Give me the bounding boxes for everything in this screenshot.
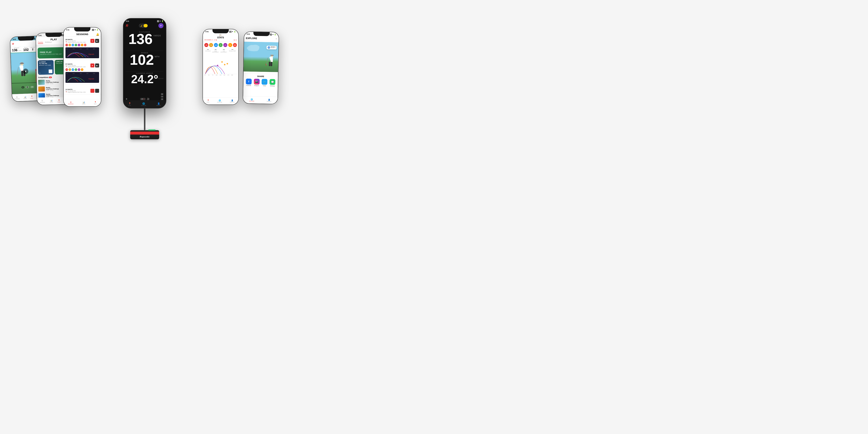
nav-stats-sessions[interactable]: 📊STATS [82, 101, 85, 104]
stats-screen-header: 📋 STATS DECEMBER, 5 - 12 ◀ 3M ▼ [203, 33, 238, 41]
nav-sessions-left[interactable]: ☰ SESSIONS [14, 96, 20, 100]
explore-header: EXPLORE ↑ [244, 36, 279, 41]
explore-title: EXPLORE [246, 37, 257, 40]
mode-toggle-main[interactable]: 🌙 ☀️ [139, 24, 148, 28]
tab-multiplayer[interactable]: Multiplayer [45, 41, 52, 44]
distance-unit-left: YARDS [18, 50, 21, 51]
nav-sessions-play[interactable]: ☰SESSIONS [39, 99, 45, 103]
nav-play-main[interactable]: 📍 PLAY [128, 102, 131, 106]
divider-2-main [126, 71, 163, 71]
share-twitter-btn[interactable]: 🐦 Twitter [262, 79, 268, 87]
stats-screen-title: STATS [204, 36, 237, 39]
nav-play-stats[interactable]: 📍PLAY [207, 99, 209, 103]
svg-text:100: 100 [72, 73, 74, 74]
session-date-3: Apr 12 at 6:38 PM [65, 90, 86, 92]
club-160: 160 [72, 44, 74, 46]
long-drive-label: LONG DR...CHALLENGE [56, 61, 64, 64]
svg-point-29 [217, 65, 218, 66]
share-instagram-btn[interactable]: 📷 Instagram [254, 79, 260, 86]
facebook-icon: f [246, 79, 252, 85]
club-4i-main[interactable]: 4i [161, 98, 163, 100]
nav-play-left[interactable]: 📍 PLAY [31, 95, 33, 99]
svg-text:125: 125 [220, 74, 221, 75]
speed-value-left: 102 [23, 48, 29, 52]
dark-mode-btn[interactable]: 🌙 [139, 24, 143, 27]
metric-distance-label: DISTANCE [205, 51, 211, 52]
video-btn-main[interactable]: 20 ● [140, 98, 146, 100]
speed-value-main: 102 [130, 54, 154, 66]
rapsodo-logo-main: R [126, 24, 128, 28]
menu-icon-main[interactable]: ≡ [126, 98, 127, 100]
club-stat-203: 203 [233, 43, 237, 47]
phone-sessions-screen: 9:41 ▐▐ ▼ 🔋 SESSIONS 🔔 28 SHOTS Apr 12 a… [63, 27, 101, 107]
time-main: 9:41 [126, 20, 129, 22]
session-share-btn-1[interactable]: ♥ [90, 39, 94, 43]
club-7i-main[interactable]: 7i [161, 96, 163, 98]
nav-explore-explore[interactable]: 🌐EXPLORE [249, 98, 254, 102]
nav-profile-stats[interactable]: 👤PROFILE [230, 99, 235, 103]
club-stat-8i: 8i [209, 43, 213, 47]
signal-main: ▐▐ ▼ 🔋 [157, 20, 163, 22]
club-stat-160: 160 [214, 43, 218, 47]
launch-value-main: 24.2° [131, 74, 158, 85]
closest-to-pin-card[interactable]: CLOSESTTO THE PINIMPROVE YOUR GAME 2D [38, 60, 54, 75]
distance-value-main: 136 [128, 33, 152, 45]
club-row-stats: 136 8i 160 7i 172 4i [204, 43, 237, 47]
profile-button-main[interactable]: P [158, 23, 163, 28]
stats-date-row: DECEMBER, 5 - 12 ◀ 3M ▼ [204, 39, 237, 41]
session-video-btn-1[interactable]: ▶ [95, 39, 99, 43]
session-video-btn-2[interactable]: ▶ [95, 63, 99, 67]
light-mode-btn[interactable]: ☀️ [144, 24, 148, 27]
svg-point-39 [270, 55, 274, 56]
player-info-explore: RICKIE F. 62.com [271, 46, 276, 49]
view-control[interactable]: 2D [30, 86, 34, 88]
camera-control[interactable]: 🎥 [25, 86, 29, 88]
signal-stats: ▐▐ ▼ 🔋 [229, 31, 236, 33]
time-left: 9:41 [13, 38, 16, 40]
metric-side-label: SIDEEFFICIENCY [213, 51, 219, 53]
nav-profile-main[interactable]: 👤 PROFILE [156, 102, 161, 106]
session-item-1[interactable]: 28 SHOTS Apr 12 at 6:38 PM 📍 Laguna Nati… [64, 37, 101, 60]
metric-top-label: TOPEFFICIENCY [221, 51, 227, 53]
share-icon-explore[interactable]: ↑ [276, 37, 277, 40]
session-shots-3: 14 SHOTS [65, 89, 86, 90]
share-whatsapp-btn[interactable]: 💬 Whatsapp [270, 79, 275, 87]
comp-thumb-1 [38, 80, 45, 85]
nav-sessions-sessions[interactable]: ☰SESSIONS [68, 101, 73, 104]
tab-practice[interactable]: Practice [38, 41, 43, 44]
share-facebook-btn[interactable]: f Facebook [246, 79, 252, 86]
nav-stats-left[interactable]: 📊 STATS [23, 96, 27, 99]
status-bar-main: 9:41 ▐▐ ▼ 🔋 [123, 20, 166, 23]
camera-icon-main[interactable]: 🎥 [147, 98, 150, 100]
share-title-explore: SHARE [245, 75, 277, 78]
nav-stats-play[interactable]: 📊STATS [50, 99, 53, 103]
closest-pin-label: CLOSESTTO THE PINIMPROVE YOUR GAME [39, 61, 51, 66]
session-share-btn-3[interactable] [90, 89, 94, 93]
session-share-btn-2[interactable]: ♥ [90, 63, 94, 67]
distance-value-left: 136 [12, 49, 18, 52]
nav-profile-explore[interactable]: 👤PROFILE [267, 98, 272, 102]
twitter-label: Twitter [263, 85, 266, 86]
nav-explore-stats[interactable]: 🌐EXPLORE [217, 99, 222, 103]
session-item-3[interactable]: 14 SHOTS Apr 12 at 6:38 PM 📍 Laguna Nati… [64, 87, 101, 95]
club-8i: 8i [68, 44, 71, 46]
twitter-icon: 🐦 [262, 79, 268, 85]
nav-explore-main[interactable]: 🌐 EXPLORE [141, 102, 146, 106]
svg-line-38 [267, 58, 268, 66]
club-8i-main[interactable]: 8i [161, 93, 163, 95]
session-item-2[interactable]: 57 SHOTS Apr 12 at 6:38 PM 📍 Laguna Nati… [64, 62, 101, 85]
svg-point-31 [224, 64, 225, 65]
bell-icon[interactable]: 🔔 [96, 33, 99, 36]
svg-text:100: 100 [72, 48, 74, 50]
left-control[interactable]: ≡ [21, 86, 24, 89]
main-header: R 🌙 ☀️ P [123, 23, 166, 28]
svg-rect-7 [21, 62, 23, 64]
nav-play-play[interactable]: 📍PLAY [58, 99, 60, 102]
session-video-btn-3[interactable] [95, 89, 99, 93]
session-actions-1: ♥ ▶ [90, 39, 99, 43]
player-avatar-explore: 71 [268, 46, 270, 49]
session-row-2: 57 SHOTS Apr 12 at 6:38 PM 📍 Laguna Nati… [65, 63, 99, 68]
stats-filter[interactable]: 3M ▼ [234, 39, 237, 41]
svg-text:50: 50 [208, 74, 210, 75]
nav-play-sessions[interactable]: 📍PLAY [94, 101, 97, 104]
